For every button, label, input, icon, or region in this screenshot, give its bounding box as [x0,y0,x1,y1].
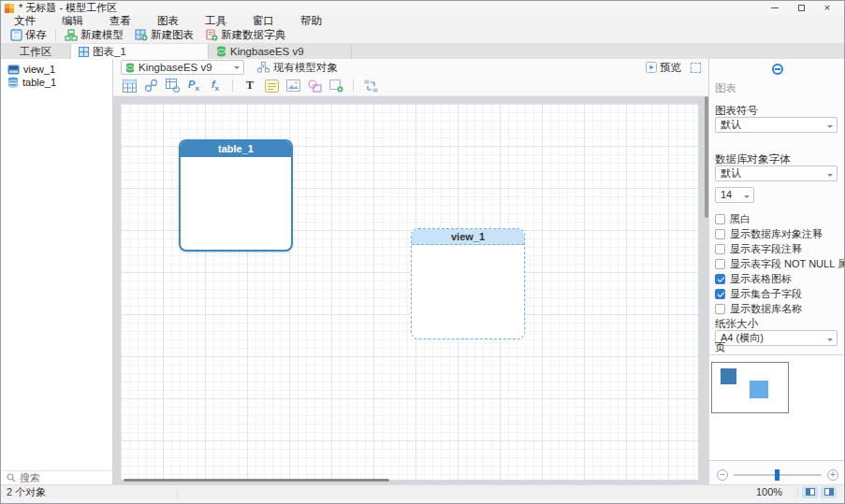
font-select-value: 默认 [721,167,741,179]
new-dictionary-label: 新建数据字典 [221,28,285,42]
add-shape-icon[interactable] [307,79,322,94]
canvas-column: KingbaseES v9 现有模型对象 预览 [113,59,709,484]
checkbox-show-object-comments[interactable]: 显示数据库对象注释 [715,227,823,240]
entity-view-1[interactable]: view_1 [411,228,525,339]
menu-help[interactable]: 帮助 [287,15,335,27]
diagram-tab-icon [79,47,89,57]
database-selector[interactable]: KingbaseES v9 [121,60,244,75]
checkbox-show-field-comments[interactable]: 显示表字段注释 [715,242,802,255]
menu-edit[interactable]: 编辑 [49,15,96,27]
object-sidebar: view_1 table_1 [1,59,113,484]
diagram-canvas[interactable]: table_1 view_1 [113,96,709,484]
menu-window[interactable]: 窗口 [240,15,287,27]
checkbox-icon [715,214,725,224]
tree-item-table-1[interactable]: table_1 [1,76,112,89]
view-icon [7,65,20,75]
new-model-button[interactable]: 新建模型 [59,28,129,43]
close-icon: × [824,3,830,13]
tab-diagram-1-label: 图表_1 [93,45,126,59]
font-size-select[interactable]: 14 [715,187,754,203]
add-note-icon[interactable] [264,79,279,94]
paper-size-select[interactable]: A4 (横向) [715,330,838,346]
object-tree: view_1 table_1 [1,59,112,89]
auto-layout-icon[interactable] [363,79,378,94]
left-panel-icon [806,488,815,496]
chevron-down-icon [234,66,240,72]
diagram-paper[interactable]: table_1 view_1 [121,104,698,480]
add-table-icon[interactable] [122,79,137,94]
minimize-button[interactable] [762,1,788,15]
minimize-icon [771,7,779,8]
new-dictionary-icon [205,29,218,41]
new-diagram-button[interactable]: 新建图表 [129,28,199,43]
tab-workspace[interactable]: 工作区 [1,44,71,59]
existing-objects-button[interactable]: 现有模型对象 [257,61,338,75]
toggle-left-panel-button[interactable] [802,486,818,498]
search-row [1,470,112,484]
close-button[interactable]: × [814,1,840,15]
checkbox-show-not-null[interactable]: 显示表字段 NOT NULL 属性 [715,257,845,270]
tree-item-view-1[interactable]: view_1 [1,63,112,76]
checkbox-icon [715,244,725,254]
page-label: 页 [715,340,726,354]
entity-table-1[interactable]: table_1 [179,139,293,252]
database-selector-icon [125,63,135,73]
tab-kingbase[interactable]: KingbaseES v9 [209,44,352,59]
font-select[interactable]: 默认 [715,166,838,181]
app-window: * 无标题 - 模型工作区 × 文件 编辑 查看 图表 工具 窗口 帮助 保存 … [0,0,845,504]
add-function-icon[interactable]: fx [208,79,223,94]
search-input[interactable] [20,472,95,483]
toggle-right-panel-button[interactable] [821,486,837,498]
page-minimap[interactable] [709,354,845,461]
database-selector-value: KingbaseES v9 [138,62,212,73]
add-procedure-icon[interactable]: Px [186,79,201,94]
zoom-out-button[interactable]: − [717,469,728,481]
diagram-toolbar: Px fx T [113,76,708,96]
add-relation-icon[interactable] [143,79,158,94]
add-view-icon[interactable] [165,79,180,94]
zoom-slider-row: − + [709,468,845,482]
menu-diagram[interactable]: 图表 [144,15,192,27]
chevron-down-icon [744,195,750,201]
diagram-header: KingbaseES v9 现有模型对象 预览 [113,59,708,76]
new-dictionary-button[interactable]: 新建数据字典 [199,28,291,43]
chevron-down-icon [827,174,833,180]
zoom-in-button[interactable]: + [827,469,838,481]
vertical-scrollbar[interactable] [705,96,708,218]
font-size-value: 14 [721,189,732,200]
chevron-down-icon [827,338,833,344]
menu-file[interactable]: 文件 [1,15,49,27]
paper-size-value: A4 (横向) [721,332,764,343]
maximize-button[interactable] [788,1,814,15]
fullscreen-icon[interactable] [691,63,701,73]
tab-workspace-label: 工作区 [20,45,52,59]
entity-table-1-title: table_1 [181,141,291,157]
zoom-slider-thumb[interactable] [775,469,779,481]
chevron-down-icon [827,125,833,131]
toolbar-separator [55,29,56,41]
menu-view[interactable]: 查看 [96,15,144,27]
add-layer-icon[interactable] [328,79,343,94]
database-tab-icon [216,46,226,57]
preview-button[interactable]: 预览 [646,61,681,75]
save-button[interactable]: 保存 [5,28,52,43]
tab-diagram-1[interactable]: 图表_1 [71,44,209,59]
checkbox-show-collection-subfields[interactable]: 显示集合子字段 [715,287,802,300]
app-icon [5,4,14,13]
right-panel-icon [824,488,834,496]
checkbox-show-table-icons[interactable]: 显示表格图标 [715,272,792,285]
menu-tools[interactable]: 工具 [192,15,240,27]
symbol-select[interactable]: 默认 [715,117,838,133]
properties-icon[interactable] [772,64,783,75]
tab-kingbase-label: KingbaseES v9 [230,46,304,57]
horizontal-scrollbar[interactable] [124,479,389,482]
zoom-slider[interactable] [734,474,822,476]
statusbar-divider [797,487,798,497]
add-text-icon[interactable]: T [242,79,257,94]
statusbar: 2 个对象 100% [1,484,844,498]
add-image-icon[interactable] [285,79,300,94]
checkbox-show-database-name[interactable]: 显示数据库名称 [715,302,802,315]
checkbox-black-white[interactable]: 黑白 [715,212,750,225]
preview-label: 预览 [660,61,681,75]
table-icon [7,77,19,88]
